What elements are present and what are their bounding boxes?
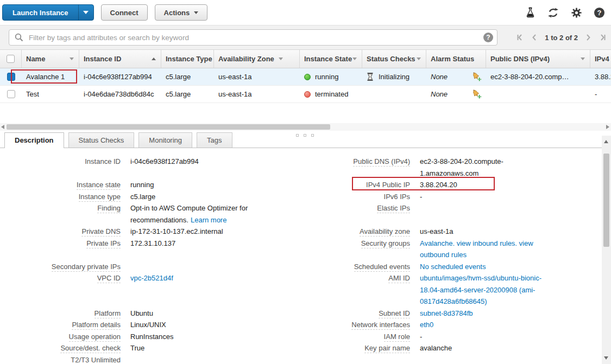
column-header-alarm-status[interactable]: Alarm Status xyxy=(426,50,486,68)
description-row: Platform details Linux/UNIX Network inte… xyxy=(0,319,611,331)
field-value: c5.large xyxy=(130,191,293,203)
instance-state-cell[interactable]: running xyxy=(300,68,362,85)
column-header-availability-zone[interactable]: Availability Zone xyxy=(214,50,300,68)
field-value: Opt-in to AWS Compute Optimizer for reco… xyxy=(130,202,293,226)
description-row: Instance type c5.large IPv6 IPs - xyxy=(0,191,611,203)
instance-id-cell[interactable]: i-04c6e938f127ab994 xyxy=(79,68,161,85)
field-label: Network interfaces xyxy=(303,319,410,331)
alarm-status-cell[interactable]: None xyxy=(426,86,486,103)
launch-instance-menu-button[interactable] xyxy=(78,5,93,20)
vertical-scrollbar-thumb[interactable] xyxy=(603,154,609,247)
status-checks-cell[interactable] xyxy=(362,86,426,103)
field-value: 172.31.10.137 xyxy=(130,238,293,261)
prev-page-icon[interactable] xyxy=(532,34,537,41)
field-label: Instance ID xyxy=(0,156,121,179)
field-label: VPC ID xyxy=(0,272,121,308)
instance-state-cell[interactable]: terminated xyxy=(300,86,362,103)
field-value: vpc-2b521d4f xyxy=(130,272,293,308)
detail-tabs: Description Status Checks Monitoring Tag… xyxy=(0,132,611,148)
ami-id-link[interactable]: ubuntu/images/hvm-ssd/ubuntu-bionic- 18.… xyxy=(420,274,541,305)
sort-caret-icon xyxy=(417,58,421,60)
instance-type-cell[interactable]: c5.large xyxy=(161,68,214,85)
search-help-icon[interactable]: ? xyxy=(483,33,493,42)
table-row-test[interactable]: Test i-04e6dae738db6d84c c5.large us-eas… xyxy=(0,86,611,103)
subnet-id-link[interactable]: subnet-8d3784fb xyxy=(420,309,473,317)
scroll-down-icon[interactable] xyxy=(604,356,608,360)
instance-type-cell[interactable]: c5.large xyxy=(161,86,214,103)
horizontal-scrollbar[interactable] xyxy=(0,123,611,131)
column-header-instance-state[interactable]: Instance State xyxy=(300,50,362,68)
field-value: us-east-1a xyxy=(420,226,611,238)
tab-monitoring[interactable]: Monitoring xyxy=(138,132,192,148)
sort-caret-icon xyxy=(279,58,283,60)
column-header-instance-id[interactable]: Instance ID xyxy=(79,50,161,68)
select-all-checkbox[interactable] xyxy=(7,55,15,63)
connect-button[interactable]: Connect xyxy=(101,4,148,21)
column-header-status-checks[interactable]: Status Checks xyxy=(362,50,426,68)
row-checkbox[interactable] xyxy=(7,90,15,98)
ipv4-public-ip-cell[interactable]: - xyxy=(590,86,611,103)
sort-caret-icon xyxy=(70,58,74,60)
field-label: Usage operation xyxy=(0,331,121,343)
row-checkbox[interactable] xyxy=(7,73,15,81)
status-checks-cell[interactable]: Initializing xyxy=(362,68,426,85)
experiments-flask-icon[interactable] xyxy=(526,7,535,18)
learn-more-link[interactable]: Learn more xyxy=(191,216,226,224)
alarm-status-cell[interactable]: None xyxy=(426,68,486,85)
scheduled-events-link[interactable]: No scheduled events xyxy=(420,263,486,271)
field-value: ubuntu/images/hvm-ssd/ubuntu-bionic- 18.… xyxy=(420,272,611,308)
tab-status-checks[interactable]: Status Checks xyxy=(68,132,135,148)
column-header-instance-type[interactable]: Instance Type xyxy=(161,50,214,68)
public-dns-cell[interactable]: ec2-3-88-204-20.comp… xyxy=(486,68,590,85)
help-icon[interactable]: ? xyxy=(594,8,604,18)
pagination: 1 to 2 of 2 xyxy=(517,34,606,42)
tab-tags[interactable]: Tags xyxy=(197,132,232,148)
vpc-id-link[interactable]: vpc-2b521d4f xyxy=(130,274,173,282)
scroll-up-icon[interactable] xyxy=(604,140,608,143)
name-cell[interactable]: Avalanche 1 xyxy=(22,68,79,85)
chevron-down-icon xyxy=(194,11,198,14)
ipv4-public-ip-cell[interactable]: 3.88.204.20 xyxy=(590,68,611,85)
launch-instance-button[interactable]: Launch Instance xyxy=(2,4,94,21)
instances-table-header: Name Instance ID Instance Type Availabil… xyxy=(0,50,611,68)
availability-zone-cell[interactable]: us-east-1a xyxy=(214,68,300,85)
tab-description[interactable]: Description xyxy=(4,132,64,148)
column-header-ipv4-public-ip[interactable]: IPv4 Public IP xyxy=(590,50,611,68)
field-label: Public DNS (IPv4) xyxy=(303,156,410,179)
scroll-right-icon[interactable] xyxy=(606,125,609,129)
column-header-name[interactable]: Name xyxy=(22,50,79,68)
field-value: subnet-8d3784fb xyxy=(420,308,611,320)
add-alarm-bell-icon[interactable] xyxy=(471,89,482,99)
security-groups-link[interactable]: Avalanche. view inbound rules. view outb… xyxy=(420,239,533,259)
first-page-icon[interactable] xyxy=(517,34,524,41)
field-value xyxy=(130,261,293,273)
instance-id-cell[interactable]: i-04e6dae738db6d84c xyxy=(79,86,161,103)
field-label xyxy=(303,354,410,364)
filter-input[interactable] xyxy=(28,33,483,42)
table-row-avalanche-1[interactable]: Avalanche 1 i-04c6e938f127ab994 c5.large… xyxy=(0,68,611,86)
refresh-icon[interactable] xyxy=(547,8,559,18)
settings-gear-icon[interactable] xyxy=(571,8,582,18)
field-value: eth0 xyxy=(420,319,611,331)
availability-zone-cell[interactable]: us-east-1a xyxy=(214,86,300,103)
name-cell[interactable]: Test xyxy=(22,86,79,103)
next-page-icon[interactable] xyxy=(586,34,591,41)
network-interface-link[interactable]: eth0 xyxy=(420,321,433,329)
column-header-public-dns[interactable]: Public DNS (IPv4) xyxy=(486,50,590,68)
field-label: Instance state xyxy=(0,179,121,191)
search-box[interactable]: ? xyxy=(9,29,497,46)
public-dns-cell[interactable] xyxy=(486,86,590,103)
field-label: Platform xyxy=(0,308,121,320)
vertical-scrollbar[interactable] xyxy=(602,136,611,364)
field-value xyxy=(420,354,611,364)
field-value xyxy=(420,202,611,226)
add-alarm-bell-icon[interactable] xyxy=(471,72,482,82)
last-page-icon[interactable] xyxy=(599,34,606,41)
horizontal-scrollbar-thumb[interactable] xyxy=(7,124,330,130)
description-row: Private IPs 172.31.10.137 Security group… xyxy=(0,238,611,261)
field-label: T2/T3 Unlimited xyxy=(0,354,121,364)
description-row: Instance state running IPv4 Public IP 3.… xyxy=(0,179,611,191)
field-label: Private DNS xyxy=(0,226,121,238)
actions-button[interactable]: Actions xyxy=(155,4,208,21)
scroll-left-icon[interactable] xyxy=(1,125,4,129)
